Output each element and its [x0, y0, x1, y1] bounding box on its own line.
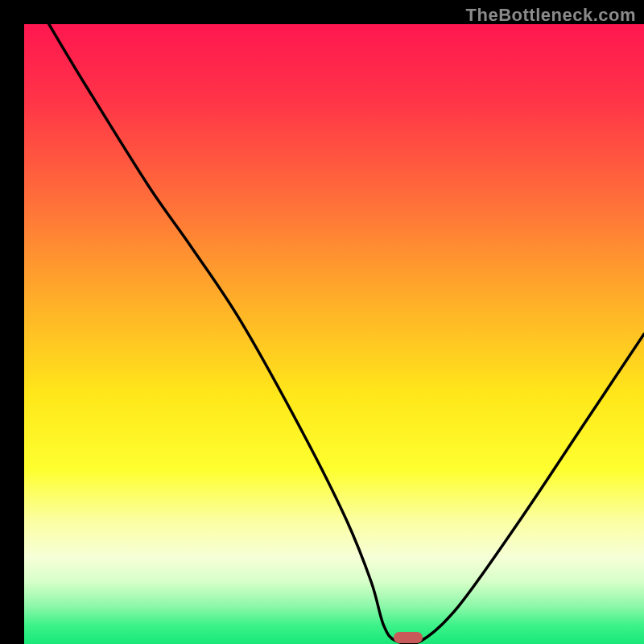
- bottleneck-curve: [49, 24, 644, 644]
- plot-area: [24, 24, 644, 644]
- optimal-marker: [394, 632, 423, 643]
- chart-frame: TheBottleneck.com: [0, 0, 644, 644]
- curve-layer: [24, 24, 644, 644]
- attribution-label: TheBottleneck.com: [466, 5, 636, 26]
